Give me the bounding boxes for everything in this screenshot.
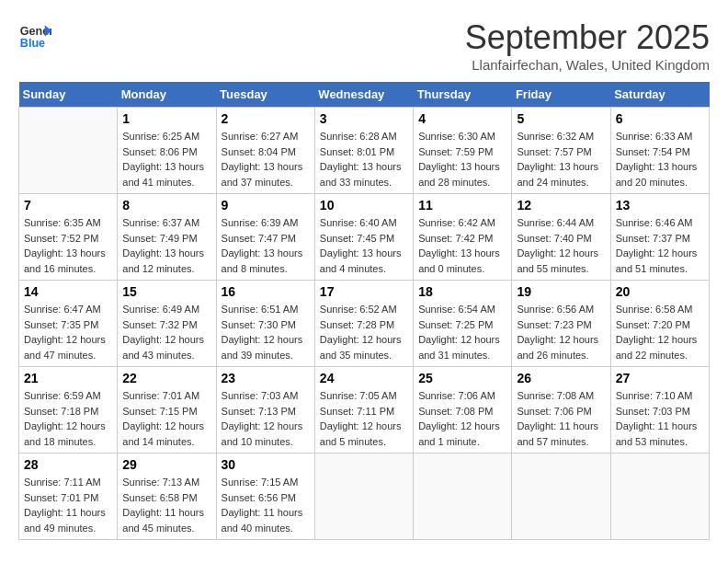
day-info-line: Daylight: 13 hours xyxy=(222,161,303,172)
day-info-line: Sunrise: 6:56 AM xyxy=(517,304,594,315)
day-info-line: Sunset: 7:28 PM xyxy=(320,319,394,330)
day-info: Sunrise: 6:30 AMSunset: 7:59 PMDaylight:… xyxy=(418,129,506,190)
day-number: 23 xyxy=(222,371,310,385)
location: Llanfairfechan, Wales, United Kingdom xyxy=(465,57,710,73)
day-info-line: Daylight: 12 hours xyxy=(122,420,204,431)
day-info-line: Sunrise: 6:58 AM xyxy=(616,304,693,315)
day-number: 17 xyxy=(320,284,408,299)
day-info-line: Sunset: 7:35 PM xyxy=(24,319,98,330)
day-info-line: Sunset: 7:45 PM xyxy=(320,233,394,244)
day-number: 11 xyxy=(418,198,506,213)
day-info-line: Daylight: 13 hours xyxy=(24,247,106,259)
day-number: 12 xyxy=(517,198,605,213)
calendar-cell: 23Sunrise: 7:03 AMSunset: 7:13 PMDayligh… xyxy=(216,367,314,454)
day-info-line: Sunrise: 7:05 AM xyxy=(320,390,397,401)
day-info-line: Daylight: 12 hours xyxy=(616,334,698,345)
day-info-line: and 14 minutes. xyxy=(122,436,194,447)
day-info-line: Daylight: 13 hours xyxy=(122,247,204,259)
calendar-cell: 19Sunrise: 6:56 AMSunset: 7:23 PMDayligh… xyxy=(512,281,610,367)
calendar-cell xyxy=(512,454,610,540)
day-info-line: Sunrise: 6:28 AM xyxy=(320,131,397,142)
calendar-cell: 1Sunrise: 6:25 AMSunset: 8:06 PMDaylight… xyxy=(118,108,216,194)
day-info: Sunrise: 6:49 AMSunset: 7:32 PMDaylight:… xyxy=(122,302,210,362)
day-info-line: Sunrise: 6:32 AM xyxy=(517,131,594,142)
weekday-header-row: SundayMondayTuesdayWednesdayThursdayFrid… xyxy=(19,82,710,108)
day-info-line: and 18 minutes. xyxy=(24,436,96,447)
day-info: Sunrise: 6:33 AMSunset: 7:54 PMDaylight:… xyxy=(616,129,704,190)
day-info-line: and 55 minutes. xyxy=(517,263,588,274)
day-info: Sunrise: 7:06 AMSunset: 7:08 PMDaylight:… xyxy=(418,388,506,449)
day-info: Sunrise: 6:56 AMSunset: 7:23 PMDaylight:… xyxy=(517,302,605,362)
calendar-week-row: 14Sunrise: 6:47 AMSunset: 7:35 PMDayligh… xyxy=(19,281,710,367)
calendar-cell: 8Sunrise: 6:37 AMSunset: 7:49 PMDaylight… xyxy=(118,194,216,281)
day-info-line: Daylight: 12 hours xyxy=(24,334,106,345)
day-number: 19 xyxy=(517,284,605,299)
day-info-line: Sunset: 7:11 PM xyxy=(320,406,394,417)
weekday-header: Tuesday xyxy=(216,82,314,108)
day-number: 21 xyxy=(24,371,112,385)
day-info-line: Daylight: 12 hours xyxy=(616,247,698,259)
day-info-line: Sunset: 8:01 PM xyxy=(320,146,394,157)
day-info-line: Sunset: 7:06 PM xyxy=(517,406,591,417)
calendar-cell: 20Sunrise: 6:58 AMSunset: 7:20 PMDayligh… xyxy=(610,281,709,367)
day-info-line: Sunrise: 6:52 AM xyxy=(320,304,397,315)
calendar-cell: 27Sunrise: 7:10 AMSunset: 7:03 PMDayligh… xyxy=(610,367,709,454)
calendar-cell: 12Sunrise: 6:44 AMSunset: 7:40 PMDayligh… xyxy=(512,194,610,281)
day-info-line: and 51 minutes. xyxy=(616,263,688,274)
day-number: 16 xyxy=(222,284,310,299)
logo-icon: General Blue xyxy=(18,18,51,52)
calendar-cell xyxy=(19,108,118,194)
calendar-cell: 18Sunrise: 6:54 AMSunset: 7:25 PMDayligh… xyxy=(414,281,512,367)
day-info-line: Daylight: 13 hours xyxy=(320,161,402,172)
weekday-header: Wednesday xyxy=(314,82,413,108)
day-info-line: Sunrise: 7:03 AM xyxy=(222,390,299,401)
day-info-line: and 41 minutes. xyxy=(122,177,194,188)
day-info-line: Sunrise: 7:01 AM xyxy=(122,390,199,401)
day-info-line: and 1 minute. xyxy=(418,436,480,447)
day-info-line: and 16 minutes. xyxy=(24,263,96,274)
day-info-line: Sunrise: 7:13 AM xyxy=(122,477,199,488)
day-info: Sunrise: 7:10 AMSunset: 7:03 PMDaylight:… xyxy=(616,388,704,449)
calendar-cell: 4Sunrise: 6:30 AMSunset: 7:59 PMDaylight… xyxy=(414,108,512,194)
calendar-week-row: 28Sunrise: 7:11 AMSunset: 7:01 PMDayligh… xyxy=(19,454,710,540)
day-number: 1 xyxy=(122,111,210,126)
day-info-line: Sunset: 7:20 PM xyxy=(616,319,690,330)
day-info-line: Sunrise: 7:06 AM xyxy=(418,390,495,401)
page-header: General Blue September 2025 Llanfairfech… xyxy=(18,18,710,73)
calendar-week-row: 7Sunrise: 6:35 AMSunset: 7:52 PMDaylight… xyxy=(19,194,710,281)
day-info: Sunrise: 6:25 AMSunset: 8:06 PMDaylight:… xyxy=(122,129,210,190)
day-info-line: and 43 minutes. xyxy=(122,350,194,361)
day-info-line: and 24 minutes. xyxy=(517,177,588,188)
day-info-line: Sunset: 7:18 PM xyxy=(24,406,98,417)
day-info: Sunrise: 6:42 AMSunset: 7:42 PMDaylight:… xyxy=(418,215,506,276)
svg-text:Blue: Blue xyxy=(20,37,45,50)
day-number: 14 xyxy=(24,284,112,299)
calendar-cell: 10Sunrise: 6:40 AMSunset: 7:45 PMDayligh… xyxy=(314,194,413,281)
day-info: Sunrise: 6:47 AMSunset: 7:35 PMDaylight:… xyxy=(24,302,112,362)
calendar-cell: 5Sunrise: 6:32 AMSunset: 7:57 PMDaylight… xyxy=(512,108,610,194)
day-info-line: Daylight: 13 hours xyxy=(122,161,204,172)
day-info-line: Daylight: 13 hours xyxy=(222,247,303,259)
day-number: 2 xyxy=(222,111,310,126)
day-info-line: Sunset: 7:57 PM xyxy=(517,146,591,157)
logo: General Blue xyxy=(18,18,51,52)
title-section: September 2025 Llanfairfechan, Wales, Un… xyxy=(465,18,710,73)
day-number: 5 xyxy=(517,111,605,126)
day-info-line: Sunset: 7:03 PM xyxy=(616,406,690,417)
calendar-cell: 22Sunrise: 7:01 AMSunset: 7:15 PMDayligh… xyxy=(118,367,216,454)
weekday-header: Sunday xyxy=(19,82,118,108)
day-info-line: and 37 minutes. xyxy=(222,177,293,188)
day-info-line: Sunrise: 6:51 AM xyxy=(222,304,299,315)
day-number: 4 xyxy=(418,111,506,126)
day-info-line: Sunset: 7:25 PM xyxy=(418,319,493,330)
day-info-line: Sunrise: 6:40 AM xyxy=(320,217,397,228)
day-info-line: Daylight: 12 hours xyxy=(418,420,500,431)
day-info: Sunrise: 7:11 AMSunset: 7:01 PMDaylight:… xyxy=(24,475,112,535)
day-info-line: Sunrise: 6:44 AM xyxy=(517,217,594,228)
day-info-line: Sunset: 7:01 PM xyxy=(24,492,98,503)
calendar-cell: 24Sunrise: 7:05 AMSunset: 7:11 PMDayligh… xyxy=(314,367,413,454)
day-info-line: and 47 minutes. xyxy=(24,350,96,361)
day-info-line: and 57 minutes. xyxy=(517,436,588,447)
day-info: Sunrise: 7:05 AMSunset: 7:11 PMDaylight:… xyxy=(320,388,408,449)
day-info: Sunrise: 6:54 AMSunset: 7:25 PMDaylight:… xyxy=(418,302,506,362)
